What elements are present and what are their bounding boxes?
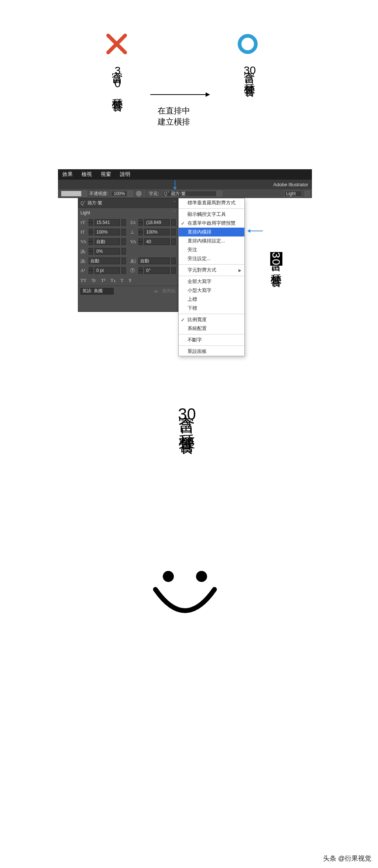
opacity-label: 不透明度: xyxy=(89,191,108,197)
tt-underline[interactable]: T xyxy=(121,278,124,283)
fill-swatch[interactable] xyxy=(61,191,82,197)
language-select[interactable]: 英語: 美國 xyxy=(80,288,114,295)
result-vertical-text: 富含30種營養 xyxy=(176,403,198,426)
vertical-text-selection: 富含30種營養 xyxy=(268,251,284,268)
menu-item-tcy-settings[interactable]: 直排內橫排設定... xyxy=(179,236,244,245)
kerning-icon: VA xyxy=(80,239,87,245)
caption-text: 在直排中建立橫排 xyxy=(158,105,190,127)
hscale-icon: ⊥ xyxy=(130,229,137,235)
menu-item-allcaps[interactable]: 全部大寫字 xyxy=(179,277,244,286)
leading-input[interactable]: (18.649 xyxy=(144,219,170,226)
menu-item-font-preview[interactable]: 在選單中啟用字體預覽 xyxy=(179,219,244,228)
type-case-row: TT Tr T¹ T₁ T Ŧ xyxy=(78,275,178,286)
image-credit: 头条 @衍果视觉 xyxy=(321,853,374,864)
menu-item-subscript[interactable]: 下標 xyxy=(179,304,244,313)
size-stepper[interactable] xyxy=(89,219,93,226)
svg-point-4 xyxy=(196,571,207,582)
illustrator-ui: 效果 檢視 視窗 說明 Adobe Illustrator 不透明度: 100%… xyxy=(58,169,312,347)
menu-item-warichu[interactable]: 旁注 xyxy=(179,245,244,254)
tsume-input[interactable]: 自動 xyxy=(89,258,120,264)
antialias-label: aₐ xyxy=(154,289,158,293)
menu-item-reset-panel[interactable]: 重設面板 xyxy=(179,347,244,356)
hscale-input[interactable]: 100% xyxy=(144,229,170,235)
panel-style-input[interactable]: Light xyxy=(80,210,172,215)
kerning-input[interactable]: 自動 xyxy=(94,238,120,245)
app-control-bar: Adobe Illustrator 不透明度: 100% 字元: Q˅蘋方-繁 … xyxy=(58,180,312,198)
menu-item-system-layout[interactable]: 系統配置 xyxy=(179,324,244,333)
vscale-icon: IT xyxy=(80,229,87,235)
baseline-pct-input[interactable]: 0% xyxy=(94,248,120,255)
tt-super[interactable]: T¹ xyxy=(101,278,106,283)
antialias-value[interactable]: 銳利化 xyxy=(162,288,176,294)
tracking-input[interactable]: 40 xyxy=(144,238,170,245)
fill-dropdown[interactable] xyxy=(82,191,87,197)
leading-icon: ‡A xyxy=(130,220,137,225)
menu-item-smallcaps[interactable]: 小型大寫字 xyxy=(179,286,244,295)
panel-font-input[interactable]: 蘋方-繁 xyxy=(87,200,172,206)
tsume-icon: |あ xyxy=(80,258,87,264)
menu-view[interactable]: 檢視 xyxy=(82,171,92,178)
font-style-dropdown[interactable] xyxy=(305,191,310,197)
panel-flyout-menu: 標準垂直羅馬對齊方式 顯示觸控文字工具 在選單中啟用字體預覽 直排內橫排 直排內… xyxy=(178,198,245,356)
selected-characters: 30 xyxy=(270,252,282,266)
font-style-input[interactable]: Light xyxy=(284,191,302,197)
opacity-input[interactable]: 100% xyxy=(111,191,127,197)
font-family-input[interactable]: Q˅蘋方-繁 xyxy=(162,191,217,197)
tt-smallcaps[interactable]: Tr xyxy=(92,278,96,283)
smile-icon xyxy=(148,569,222,628)
menu-help[interactable]: 說明 xyxy=(120,171,130,178)
arrow-right-icon xyxy=(150,94,209,95)
menu-item-touch-type[interactable]: 顯示觸控文字工具 xyxy=(179,210,244,219)
aki-icon: あ| xyxy=(130,258,137,264)
vertical-text-good: 富含30種營養 xyxy=(242,63,257,78)
comparison-section: 富含30種營養 富含30種營養 在直排中建立橫排 xyxy=(58,22,312,163)
size-input[interactable]: 15.541 xyxy=(94,219,120,226)
menu-item-char-align[interactable]: 字元對齊方式 xyxy=(179,266,244,275)
menu-item-superscript[interactable]: 上標 xyxy=(179,295,244,304)
font-size-icon: тT xyxy=(80,220,87,225)
result-section: 富含30種營養 xyxy=(58,384,312,717)
baseline-shift-input[interactable]: 0 pt xyxy=(94,267,120,274)
rotation-input[interactable]: 0° xyxy=(144,267,170,274)
annotation-arrow-down-icon xyxy=(175,180,175,189)
tt-sub[interactable]: T₁ xyxy=(111,278,116,283)
vscale-input[interactable]: 100% xyxy=(94,229,120,235)
vertical-text-bad: 富含30種營養 xyxy=(110,63,125,92)
leading-stepper[interactable] xyxy=(138,219,143,226)
menu-effects[interactable]: 效果 xyxy=(62,171,73,178)
rotation-icon: Ⓣ xyxy=(130,268,137,274)
annotation-arrow-left-icon xyxy=(248,231,263,231)
svg-point-3 xyxy=(163,571,174,582)
font-family-dropdown[interactable] xyxy=(217,191,222,197)
circle-mark-icon xyxy=(237,33,258,55)
menu-item-no-break[interactable]: 不斷字 xyxy=(179,336,244,344)
style-target-icon[interactable] xyxy=(136,191,142,197)
tt-allcaps[interactable]: TT xyxy=(80,278,86,283)
svg-point-2 xyxy=(240,36,256,52)
tracking-icon: VA xyxy=(130,239,137,245)
app-menubar: 效果 檢視 視窗 說明 xyxy=(58,169,312,180)
menu-item-tatechuyoko[interactable]: 直排內橫排 xyxy=(179,228,244,236)
character-panel: Q˅蘋方-繁˅ Light˅ тT15.541 ‡A(18.649 IT100%… xyxy=(78,198,178,312)
x-mark-icon xyxy=(106,33,127,55)
menu-window[interactable]: 視窗 xyxy=(101,171,111,178)
tt-strike[interactable]: Ŧ xyxy=(128,278,131,283)
opacity-dropdown[interactable] xyxy=(128,191,133,197)
baseline-shift-icon: Aª xyxy=(80,268,87,273)
menu-item-warichu-set[interactable]: 旁注設定... xyxy=(179,254,244,263)
baseline-pct-icon: |あ xyxy=(80,248,87,255)
menu-item-roman-align[interactable]: 標準垂直羅馬對齊方式 xyxy=(179,198,244,207)
app-name-label: Adobe Illustrator xyxy=(273,182,308,187)
aki-input[interactable]: 自動 xyxy=(138,258,170,264)
menu-item-prop-width[interactable]: 比例寬度 xyxy=(179,315,244,324)
character-label[interactable]: 字元: xyxy=(149,191,159,197)
